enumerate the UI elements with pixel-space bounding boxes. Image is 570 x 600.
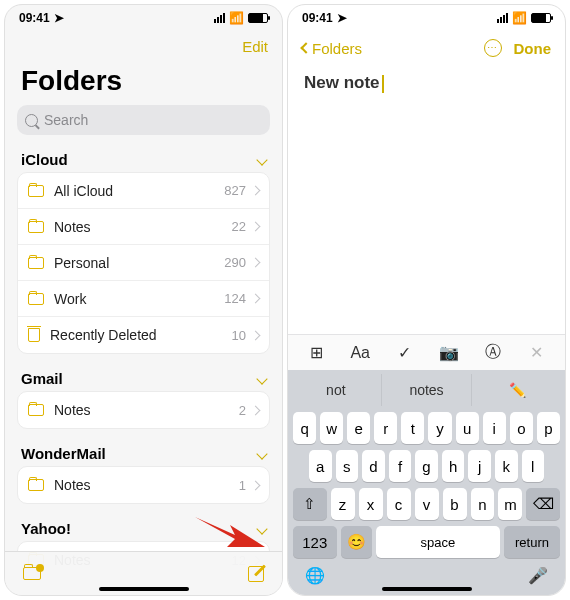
folder-icon <box>28 221 44 233</box>
key-q[interactable]: q <box>293 412 316 444</box>
key-c[interactable]: c <box>387 488 411 520</box>
section-header[interactable]: WonderMail <box>5 439 282 466</box>
suggestion[interactable]: ✏️ <box>472 374 562 406</box>
folder-count: 22 <box>232 219 246 234</box>
done-button[interactable]: Done <box>514 40 552 57</box>
key-v[interactable]: v <box>415 488 439 520</box>
status-bar: 09:41➤ 📶 <box>5 5 282 31</box>
camera-icon[interactable]: 📷 <box>434 341 464 365</box>
key-l[interactable]: l <box>522 450 545 482</box>
folder-count: 124 <box>224 291 246 306</box>
chevron-right-icon <box>251 294 261 304</box>
key-e[interactable]: e <box>347 412 370 444</box>
home-indicator <box>99 587 189 591</box>
checklist-icon[interactable]: ✓ <box>389 341 419 365</box>
folder-row[interactable]: Notes22 <box>18 209 269 245</box>
new-folder-button[interactable] <box>23 567 41 580</box>
space-key[interactable]: space <box>376 526 500 558</box>
location-icon: ➤ <box>54 11 64 25</box>
number-key[interactable]: 123 <box>293 526 337 558</box>
key-y[interactable]: y <box>428 412 451 444</box>
trash-icon <box>28 328 40 342</box>
dictation-key[interactable]: 🎤 <box>528 566 548 585</box>
key-x[interactable]: x <box>359 488 383 520</box>
folders-scroll[interactable]: iCloudAll iCloud827Notes22Personal290Wor… <box>5 145 282 595</box>
key-n[interactable]: n <box>471 488 495 520</box>
folder-list: Notes2 <box>17 391 270 429</box>
folder-row[interactable]: Notes2 <box>18 392 269 428</box>
cell-signal-icon <box>497 13 508 23</box>
search-field[interactable]: Search <box>17 105 270 135</box>
textstyle-icon[interactable]: Aa <box>345 341 375 365</box>
folder-row[interactable]: Notes1 <box>18 467 269 503</box>
key-i[interactable]: i <box>483 412 506 444</box>
key-b[interactable]: b <box>443 488 467 520</box>
markup-icon[interactable]: Ⓐ <box>478 341 508 365</box>
key-h[interactable]: h <box>442 450 465 482</box>
return-key[interactable]: return <box>504 526 560 558</box>
search-placeholder: Search <box>44 112 88 128</box>
folders-screen: 09:41➤ 📶 Edit Folders Search iCloudAll i… <box>4 4 283 596</box>
folder-row[interactable]: Work124 <box>18 281 269 317</box>
text-cursor <box>382 75 384 93</box>
back-label: Folders <box>312 40 362 57</box>
chevron-right-icon <box>251 480 261 490</box>
key-g[interactable]: g <box>415 450 438 482</box>
folder-label: Notes <box>54 477 239 493</box>
folder-row[interactable]: Personal290 <box>18 245 269 281</box>
suggestion[interactable]: notes <box>382 374 473 406</box>
key-d[interactable]: d <box>362 450 385 482</box>
battery-icon <box>248 13 268 23</box>
folder-row[interactable]: All iCloud827 <box>18 173 269 209</box>
table-icon[interactable]: ⊞ <box>301 341 331 365</box>
clock: 09:41 <box>302 11 333 25</box>
cell-signal-icon <box>214 13 225 23</box>
key-f[interactable]: f <box>389 450 412 482</box>
suggestion[interactable]: not <box>291 374 382 406</box>
suggestions-bar: notnotes✏️ <box>291 374 562 406</box>
folder-list: All iCloud827Notes22Personal290Work124Re… <box>17 172 270 354</box>
chevron-down-icon <box>256 154 267 165</box>
battery-icon <box>531 13 551 23</box>
folder-label: Work <box>54 291 224 307</box>
globe-key[interactable]: 🌐 <box>305 566 325 585</box>
key-t[interactable]: t <box>401 412 424 444</box>
section-title: Gmail <box>21 370 63 387</box>
key-s[interactable]: s <box>336 450 359 482</box>
section-title: Yahoo! <box>21 520 71 537</box>
compose-button[interactable] <box>248 566 264 582</box>
folder-row[interactable]: Recently Deleted10 <box>18 317 269 353</box>
key-u[interactable]: u <box>456 412 479 444</box>
nav-bar: Edit <box>5 31 282 61</box>
key-w[interactable]: w <box>320 412 343 444</box>
page-title: Folders <box>5 61 282 105</box>
shift-key[interactable]: ⇧ <box>293 488 327 520</box>
back-button[interactable]: Folders <box>302 40 362 57</box>
more-button[interactable]: ⋯ <box>484 39 502 57</box>
backspace-key[interactable]: ⌫ <box>526 488 560 520</box>
search-icon <box>25 114 38 127</box>
key-a[interactable]: a <box>309 450 332 482</box>
folder-icon <box>28 404 44 416</box>
section-header[interactable]: Yahoo! <box>5 514 282 541</box>
folder-count: 1 <box>239 478 246 493</box>
key-k[interactable]: k <box>495 450 518 482</box>
wifi-icon: 📶 <box>512 11 527 25</box>
emoji-key[interactable]: 😊 <box>341 526 372 558</box>
section-header[interactable]: iCloud <box>5 145 282 172</box>
folder-icon <box>28 293 44 305</box>
key-j[interactable]: j <box>468 450 491 482</box>
edit-button[interactable]: Edit <box>242 38 268 55</box>
folder-count: 10 <box>232 328 246 343</box>
chevron-left-icon <box>300 42 311 53</box>
folder-label: All iCloud <box>54 183 224 199</box>
key-z[interactable]: z <box>331 488 355 520</box>
location-icon: ➤ <box>337 11 347 25</box>
close-toolbar-icon[interactable]: ✕ <box>522 341 552 365</box>
key-r[interactable]: r <box>374 412 397 444</box>
key-p[interactable]: p <box>537 412 560 444</box>
key-m[interactable]: m <box>498 488 522 520</box>
note-body[interactable]: New note <box>288 65 565 334</box>
section-header[interactable]: Gmail <box>5 364 282 391</box>
key-o[interactable]: o <box>510 412 533 444</box>
